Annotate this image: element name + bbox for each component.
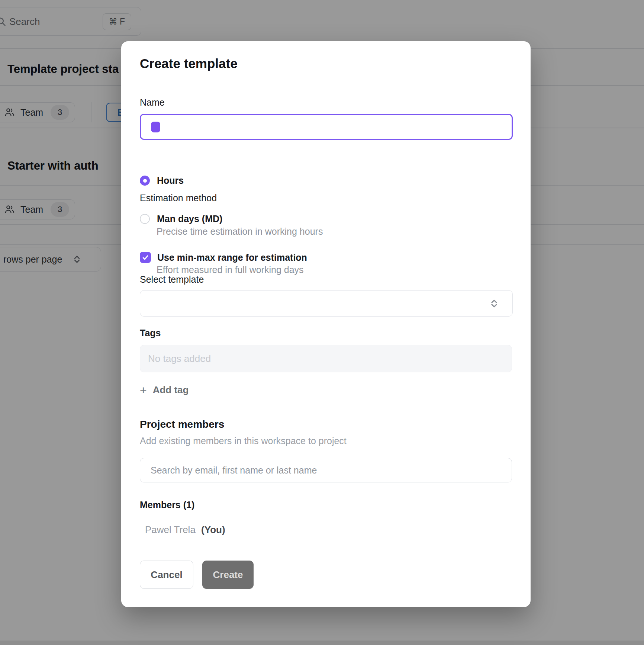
select-template-label: Select template [140,274,204,285]
radio-description: Precise time estimation in working hours [157,226,323,237]
radio-option-hours[interactable]: Hours [140,175,184,186]
radio-label: Man days (MD) [157,214,222,224]
member-list-item: Pawel Trela (You) [145,524,225,536]
name-label: Name [140,97,165,108]
cancel-button[interactable]: Cancel [140,561,193,589]
modal-title: Create template [140,56,238,71]
minmax-checkbox-row[interactable]: Use min-max range for estimation [140,252,307,263]
members-list-heading: Members (1) [140,500,194,510]
tags-label: Tags [140,328,161,338]
text-caret [151,122,160,132]
create-template-modal: Create template Name Estimation method H… [121,41,531,607]
chevron-up-down-icon [489,298,500,309]
member-you-suffix: (You) [201,524,225,535]
radio-option-man-days[interactable]: Man days (MD) [140,214,222,224]
tags-field[interactable]: No tags added [140,345,512,372]
create-button[interactable]: Create [202,561,254,589]
radio-description: Effort measured in full working days [157,264,304,275]
add-tag-label: Add tag [153,384,189,396]
project-members-subtitle: Add existing members in this workspace t… [140,436,347,446]
name-input[interactable] [140,114,513,140]
project-members-heading: Project members [140,418,224,430]
radio-label: Hours [157,175,184,186]
tags-placeholder: No tags added [148,353,211,365]
checkbox-label: Use min-max range for estimation [157,252,307,263]
radio-selected-icon[interactable] [140,176,150,186]
select-template-dropdown[interactable] [140,290,513,317]
radio-unselected-icon[interactable] [140,214,150,224]
add-tag-button[interactable]: + Add tag [140,384,189,396]
member-search-input[interactable] [140,458,512,482]
estimation-method-label: Estimation method [140,193,217,203]
plus-icon: + [140,385,147,395]
member-name: Pawel Trela [145,524,196,535]
checkbox-checked-icon[interactable] [140,252,151,263]
